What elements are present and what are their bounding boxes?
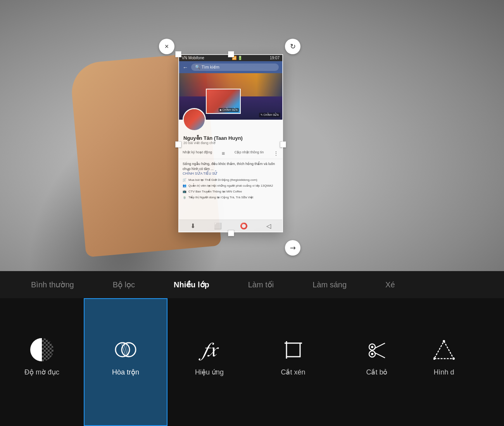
tool-hinh-d-label: Hình d — [433, 368, 454, 376]
square-icon: ⬜ — [214, 222, 222, 230]
blend-mode-nhieu-lop[interactable]: Nhiều lớp — [174, 280, 209, 289]
blend-mode-xe[interactable]: Xé — [385, 280, 395, 289]
tool-hinh-d[interactable]: Hình d — [419, 298, 469, 426]
tool-cat-bo[interactable]: Cắt bỏ — [335, 298, 419, 426]
handle-top-center[interactable] — [228, 51, 234, 57]
bio-item-1: 🛒Mua bút tại Thế Giới Di Động (thegioidi… — [183, 178, 279, 182]
rotate-icon: ↻ — [290, 42, 296, 51]
handle-mid-right[interactable] — [280, 141, 286, 148]
operator-label: VN Mobifone — [182, 56, 204, 60]
tab-update-info[interactable]: Cập nhật thông tin — [235, 150, 264, 156]
bio-text: Sống ngẫu hứng, đều khóc thầm, thích hồn… — [183, 161, 279, 171]
scale-button[interactable]: ↗ — [285, 240, 300, 256]
crop-icon — [280, 336, 307, 363]
profile-section: Nguyễn Tân (Taan Huyn) 20 bài viết đang … — [179, 120, 283, 148]
circle-icon: ⭕ — [240, 222, 248, 230]
profile-avatar — [183, 108, 206, 131]
tool-cat-xen-label: Cắt xén — [281, 368, 305, 376]
svg-point-14 — [371, 346, 373, 348]
svg-rect-5 — [287, 343, 300, 357]
handle-mid-left[interactable] — [175, 141, 181, 148]
fx-icon: 𝑓𝑥 — [196, 336, 223, 363]
bio-item-4: 🍵Tiếp thị Người dùng tại Cộng Trà, Trà S… — [183, 195, 279, 199]
back-icon: ◁ — [266, 222, 271, 230]
time-label: 19:07 — [270, 56, 280, 60]
back-arrow-icon[interactable]: ← — [183, 64, 188, 70]
svg-point-15 — [371, 353, 373, 355]
bio-section: Sống ngẫu hứng, đều khóc thầm, thích hồn… — [179, 159, 283, 202]
blend-mode-lam-sang[interactable]: Làm sáng — [312, 280, 347, 289]
tool-cat-bo-label: Cắt bỏ — [366, 368, 387, 376]
blend-mode-bo-loc[interactable]: Bộ lọc — [113, 280, 135, 289]
handle-bot-center[interactable] — [228, 230, 234, 236]
tool-hieu-ung[interactable]: 𝑓𝑥 Hiệu ứng — [167, 298, 251, 426]
profile-actions: Nhật ký hoạt động ≡ Cập nhật thông tin ⋮ — [179, 148, 283, 159]
svg-point-18 — [452, 357, 455, 360]
close-icon: × — [165, 43, 169, 51]
download-icon: ⬇ — [190, 222, 195, 230]
bio-edit-link[interactable]: CHỈNH SỬA TIỂU SỬ — [183, 171, 279, 176]
bio-item-3: 📺CTV Ban Truyền Thông tại MIN Coffee — [183, 189, 279, 194]
tool-cat-xen[interactable]: Cắt xén — [251, 298, 335, 426]
blend-modes-bar: Bình thường Bộ lọc Nhiều lớp Làm tối Làm… — [0, 271, 504, 298]
search-bar[interactable]: 🔍 Tìm kiếm — [191, 64, 279, 71]
profile-posts: 20 bài viết đang chờ — [183, 141, 279, 145]
catbo-icon — [363, 336, 390, 363]
svg-line-13 — [374, 352, 385, 358]
phone-header: ← 🔍 Tìm kiếm — [179, 61, 283, 73]
tool-do-mo-duc[interactable]: Độ mờ đục — [0, 298, 84, 426]
tool-hoa-tron[interactable]: Hòa trộn — [84, 298, 167, 426]
tool-hieu-ung-label: Hiệu ứng — [195, 368, 224, 376]
rotate-button[interactable]: ↻ — [285, 39, 300, 54]
scale-icon: ↗ — [288, 243, 298, 253]
blend-mode-binh-thuong[interactable]: Bình thường — [31, 280, 74, 289]
svg-point-17 — [443, 340, 445, 342]
canvas-area: VN Mobifone 📶 🔋 19:07 ← 🔍 Tìm kiếm ✎ CHỈ… — [0, 0, 504, 271]
close-button[interactable]: × — [159, 39, 174, 54]
cover-edit-badge[interactable]: ✎ CHỈNH SỬA — [259, 113, 280, 117]
tool-hoa-tron-label: Hòa trộn — [112, 368, 139, 376]
tools-bar: Độ mờ đục Hòa trộn 𝑓𝑥 Hiệu ứng — [0, 298, 504, 426]
triangle-icon — [430, 337, 457, 364]
profile-name: Nguyễn Tân (Taan Huyn) — [183, 135, 279, 141]
blend-icon — [112, 336, 139, 363]
handle-top-left[interactable] — [175, 51, 181, 57]
tool-do-mo-duc-label: Độ mờ đục — [24, 368, 59, 376]
tab-timeline[interactable]: Nhật ký hoạt động — [183, 150, 212, 156]
profile-thumb-photo: ▶ CHỈNH SỬA — [206, 89, 241, 114]
checkerboard-icon — [28, 336, 55, 363]
svg-line-12 — [374, 343, 385, 349]
blend-mode-lam-toi[interactable]: Làm tối — [248, 280, 274, 289]
phone-sticker[interactable]: VN Mobifone 📶 🔋 19:07 ← 🔍 Tìm kiếm ✎ CHỈ… — [178, 54, 283, 232]
video-badge: ▶ CHỈNH SỬA — [219, 108, 239, 112]
svg-marker-16 — [434, 341, 454, 359]
bio-item-2: 👥Quản trị viên tại Hội những người phát … — [183, 184, 279, 188]
